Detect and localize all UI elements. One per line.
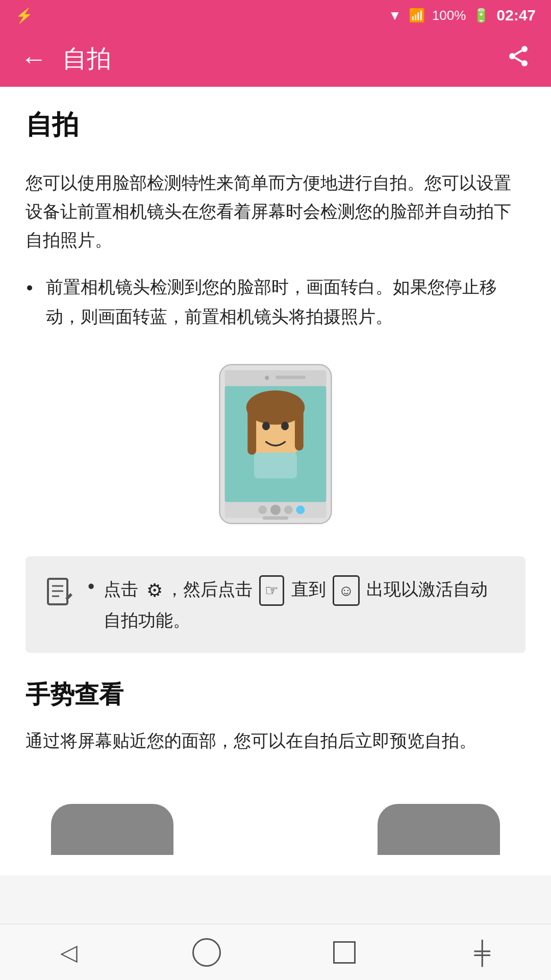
svg-point-18 (258, 505, 267, 514)
home-nav-icon (192, 938, 221, 967)
svg-rect-16 (254, 453, 297, 479)
hand-icon: ☞ (259, 575, 284, 606)
section2-title: 手势查看 (26, 678, 525, 711)
note-content: • 点击 ⚙，然后点击 ☞ 直到 ☺ 出现以激活自动自拍功能。 (88, 575, 505, 634)
svg-point-14 (262, 422, 270, 430)
back-arrow-icon: ← (20, 43, 47, 74)
share-button[interactable] (506, 44, 531, 74)
usb-icon: ⚡ (15, 7, 33, 24)
nav-bar: ◁ ╪ (0, 924, 551, 980)
svg-point-20 (284, 505, 293, 514)
main-content: 自拍 您可以使用脸部检测特性来简单而方便地进行自拍。您可以设置设备让前置相机镜头… (0, 87, 551, 875)
list-item: 前置相机镜头检测到您的脸部时，画面转白。如果您停止移动，则画面转蓝，前置相机镜头… (41, 273, 525, 332)
app-bar-title: 自拍 (62, 42, 506, 75)
share-icon (506, 44, 531, 68)
intro-text: 您可以使用脸部检测特性来简单而方便地进行自拍。您可以设置设备让前置相机镜头在您看… (26, 168, 525, 254)
battery-icon: 🔋 (473, 8, 489, 23)
settings-icon: ⚙ (146, 575, 163, 605)
status-bar: ⚡ ▼ 📶 100% 🔋 02:47 (0, 0, 551, 31)
app-bar: ← 自拍 (0, 31, 551, 87)
svg-point-0 (521, 46, 528, 52)
section2-text: 通过将屏幕贴近您的面部，您可以在自拍后立即预览自拍。 (26, 726, 525, 755)
back-nav-button[interactable]: ◁ (38, 932, 99, 973)
thumbnails-row (26, 773, 525, 855)
bullet-dot: • (88, 576, 94, 598)
thumb-shape-left (51, 804, 173, 855)
svg-rect-22 (263, 516, 289, 520)
menu-nav-icon: ╪ (474, 940, 490, 965)
time-display: 02:47 (496, 7, 536, 24)
svg-rect-9 (276, 376, 306, 379)
bullet-list: 前置相机镜头检测到您的脸部时，画面转白。如果您停止移动，则画面转蓝，前置相机镜头… (41, 273, 525, 332)
recent-nav-icon (333, 941, 356, 964)
signal-icon: 📶 (409, 8, 425, 23)
page-title: 自拍 (26, 107, 525, 148)
svg-point-15 (281, 422, 289, 430)
svg-point-2 (521, 60, 528, 66)
battery-text: 100% (432, 8, 466, 23)
svg-point-19 (270, 505, 281, 515)
back-nav-icon: ◁ (60, 939, 78, 965)
thumb-shape-right (378, 804, 500, 855)
svg-point-8 (265, 376, 269, 380)
recent-nav-button[interactable] (314, 932, 375, 973)
svg-rect-7 (225, 370, 327, 386)
svg-rect-13 (295, 407, 304, 450)
menu-nav-button[interactable]: ╪ (452, 932, 513, 973)
note-text: 点击 ⚙，然后点击 ☞ 直到 ☺ 出现以激活自动自拍功能。 (104, 575, 505, 634)
svg-point-21 (296, 505, 305, 514)
phone-illustration (204, 362, 347, 526)
note-box-icon (46, 577, 72, 615)
note-box: • 点击 ⚙，然后点击 ☞ 直到 ☺ 出现以激活自动自拍功能。 (26, 556, 525, 653)
svg-line-3 (515, 58, 522, 62)
note-bullet: • 点击 ⚙，然后点击 ☞ 直到 ☺ 出现以激活自动自拍功能。 (88, 575, 505, 634)
home-nav-button[interactable] (176, 932, 237, 973)
svg-line-4 (515, 51, 522, 55)
phone-image-container (26, 342, 525, 551)
back-button[interactable]: ← (20, 43, 47, 74)
svg-point-1 (509, 53, 515, 59)
svg-rect-12 (247, 407, 256, 455)
face-icon: ☺ (333, 575, 360, 606)
wifi-icon: ▼ (388, 8, 402, 23)
